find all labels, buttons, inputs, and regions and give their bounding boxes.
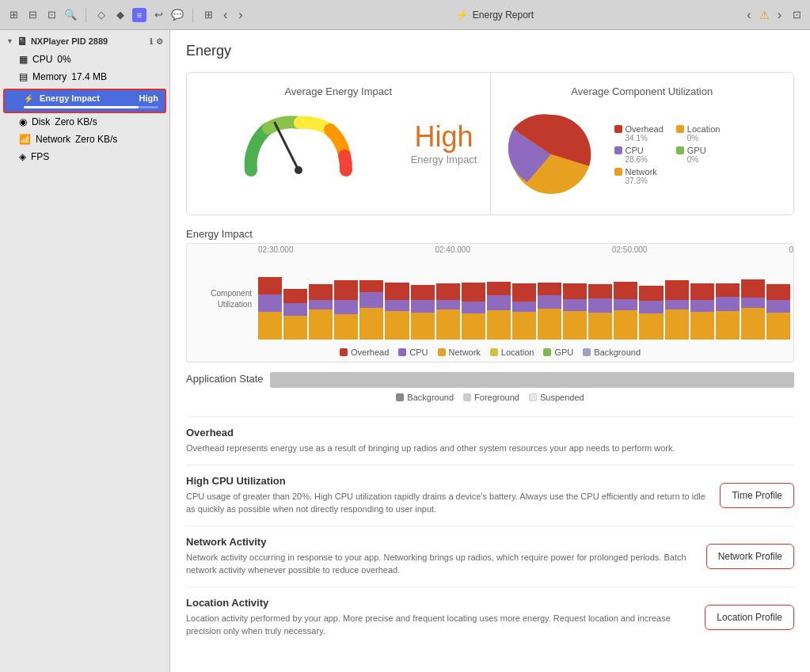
toolbar-title: ⚡ Energy Report (251, 9, 740, 21)
location-info-text: Location Activity Location activity perf… (186, 597, 692, 638)
energy-impact-chart-section: Energy Impact 02:30.000 02:40.000 02:50.… (186, 228, 794, 363)
network-profile-button[interactable]: Network Profile (706, 544, 794, 569)
energy-icon: ⚡ (24, 94, 35, 103)
bar-17 (665, 280, 689, 340)
cpu-info-text: High CPU Utilization CPU usage of greate… (186, 475, 707, 516)
nav-forward-2[interactable]: › (774, 6, 785, 24)
app-state-suspended: Suspended (529, 393, 584, 402)
gauge-sub-text: Energy Impact (411, 154, 477, 165)
sidebar-app-header[interactable]: ▼ 🖥 NXPlayer PID 2889 ℹ ⚙ (0, 30, 169, 52)
bar-chart (258, 256, 793, 343)
sidebar-item-disk[interactable]: ◉ Disk Zero KB/s (0, 115, 169, 132)
legend-gpu: GPU 0% (676, 146, 725, 164)
cpu-dot (614, 146, 622, 154)
sidebar-item-cpu[interactable]: ▦ CPU 0% (0, 52, 169, 70)
legend-gpu-text: GPU (554, 347, 573, 357)
sidebar-item-network[interactable]: 📶 Network Zero KB/s (0, 132, 169, 150)
toolbar-btn-6[interactable]: ◆ (113, 8, 127, 22)
toolbar-btn-4[interactable]: 🔍 (63, 8, 78, 22)
toolbar-expand[interactable]: ⊡ (789, 8, 804, 22)
nav-back[interactable]: ‹ (220, 6, 230, 24)
nav-back-2[interactable]: ‹ (743, 6, 754, 24)
memory-label: Memory (32, 71, 67, 82)
bar-10 (487, 282, 511, 340)
legend-network-sq (438, 348, 446, 356)
bar-8 (436, 283, 460, 340)
toolbar: ⊞ ⊟ ⊡ 🔍 ◇ ◆ ≡ ↩ 💬 ⊞ ‹ › ⚡ Energy Report … (0, 0, 810, 30)
legend-network: Network 37.3% (614, 167, 664, 185)
toolbar-btn-7[interactable]: ↩ (151, 8, 165, 22)
app-state-legend: Background Foreground Suspended (186, 388, 794, 407)
avg-component-card: Average Component Utilization (491, 73, 794, 215)
toolbar-btn-2[interactable]: ⊟ (25, 8, 40, 22)
chart-legend: Overhead CPU Network Location (187, 343, 793, 362)
network-info-title: Network Activity (186, 536, 694, 548)
disk-value: Zero KB/s (55, 116, 97, 127)
sidebar: ▼ 🖥 NXPlayer PID 2889 ℹ ⚙ ▦ CPU 0% ▤ Mem… (0, 30, 170, 672)
legend-location-text: Location (501, 347, 534, 357)
toolbar-btn-3[interactable]: ⊡ (44, 8, 59, 22)
svg-line-0 (275, 123, 299, 170)
overhead-info-text: Overhead Overhead represents energy use … (186, 427, 794, 455)
toolbar-btn-8[interactable]: 💬 (170, 8, 184, 22)
overhead-dot (614, 125, 622, 133)
location-label: Location (687, 124, 721, 134)
legend-background-text: Background (594, 347, 641, 357)
settings-badge-icon[interactable]: ⚙ (156, 37, 163, 46)
nav-forward[interactable]: › (235, 6, 245, 24)
seg-network (258, 312, 282, 340)
app-icon: 🖥 (17, 35, 28, 47)
toolbar-btn-5[interactable]: ◇ (94, 8, 108, 22)
time-label-1: 02:30.000 (258, 245, 294, 254)
cpu-info-desc: CPU usage of greater than 20%. High CPU … (186, 490, 707, 516)
gpu-value: 0% (687, 155, 706, 164)
legend-gpu-sq (543, 348, 551, 356)
seg-cpu (258, 294, 282, 306)
location-profile-button[interactable]: Location Profile (705, 605, 794, 630)
gpu-dot (676, 146, 684, 154)
gauge-container: High Energy Impact (200, 107, 477, 178)
main-layout: ▼ 🖥 NXPlayer PID 2889 ℹ ⚙ ▦ CPU 0% ▤ Mem… (0, 30, 810, 672)
bar-15 (614, 282, 637, 340)
bar-5 (359, 280, 383, 340)
energy-meter-fill (24, 106, 139, 108)
legend-row-overhead: Overhead (340, 347, 389, 357)
fg-sq (463, 393, 471, 401)
cpu-pie-label: CPU (626, 146, 648, 155)
network-value: Zero KB/s (75, 134, 117, 145)
location-dot (676, 125, 684, 133)
location-info-title: Location Activity (186, 597, 692, 609)
toolbar-btn-1[interactable]: ⊞ (6, 8, 21, 22)
legend-row-gpu: GPU (543, 347, 573, 357)
sidebar-item-memory[interactable]: ▤ Memory 17.4 MB (0, 70, 169, 87)
chart-title: Energy Impact (186, 228, 794, 240)
energy-cards: Average Energy Impact (186, 72, 794, 215)
bar-3 (309, 284, 333, 340)
bg-sq (396, 393, 404, 401)
toolbar-btn-grid[interactable]: ⊞ (201, 8, 215, 22)
bar-1 (258, 277, 282, 340)
info-high-cpu: High CPU Utilization CPU usage of greate… (186, 465, 794, 526)
sidebar-item-energy[interactable]: ⚡ Energy Impact High (3, 89, 166, 113)
time-label-3: 02:50.000 (612, 245, 648, 254)
bar-14 (588, 284, 612, 340)
network-info-text: Network Activity Network activity occurr… (186, 536, 694, 577)
legend-network-text: Network (449, 347, 481, 357)
legend-row-cpu: CPU (398, 347, 428, 357)
bar-12 (538, 283, 561, 340)
network-pie-label: Network (626, 167, 657, 177)
sidebar-item-fps[interactable]: ◈ FPS (0, 150, 169, 167)
toolbar-separator (86, 8, 86, 22)
legend-row-network: Network (438, 347, 481, 357)
time-profile-button[interactable]: Time Profile (720, 483, 794, 508)
toolbar-list-icon[interactable]: ≡ (132, 8, 146, 22)
energy-report-icon: ⚡ (456, 9, 468, 21)
network-info-desc: Network activity occurring in response t… (186, 551, 694, 577)
seg-overhead (258, 277, 282, 294)
info-badge-icon[interactable]: ℹ (150, 37, 153, 46)
app-state-section: Application State Background Foreground … (186, 372, 794, 407)
gauge-high-text: High (411, 120, 477, 154)
energy-label: Energy Impact (40, 93, 135, 103)
app-name-label: NXPlayer PID 2889 (31, 36, 146, 46)
page-title: Energy (186, 43, 794, 59)
